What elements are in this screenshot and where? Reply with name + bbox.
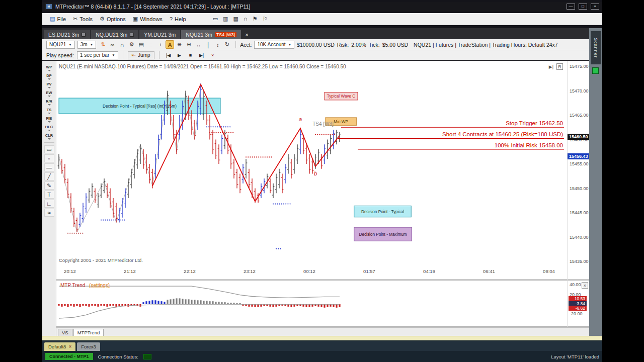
flag-icon[interactable]: ⚑: [253, 16, 258, 22]
close-button[interactable]: ×: [591, 4, 599, 10]
chart-tab-close-icon[interactable]: ×: [242, 30, 251, 39]
bell-icon[interactable]: ∩: [244, 16, 248, 22]
jump-button[interactable]: ⇤ Jump: [128, 51, 154, 59]
chat-icon[interactable]: ▭: [213, 16, 218, 22]
trendline-tool-icon[interactable]: ╱: [44, 172, 54, 180]
titlebar: M MTPredictor™ 8 (64-bit) 8.1.1.7 - [14 …: [42, 2, 602, 11]
chart-tab-es-du21-3m[interactable]: ES.DU21 3m: [44, 30, 90, 39]
rail-separator: [44, 142, 54, 143]
playback-toolbar: Play speed: 1 sec per bar▼ ⇤ Jump |◀▶■▶|…: [42, 50, 602, 60]
link-icon[interactable]: ∞: [108, 40, 117, 49]
alert-bell-icon[interactable]: ∩: [118, 40, 126, 49]
bar-chart-icon[interactable]: ▦: [233, 16, 238, 22]
indicator-list-icon[interactable]: ≡: [146, 40, 155, 49]
menu-item-help[interactable]: ?Help: [166, 15, 190, 23]
text-tool-icon[interactable]: T: [44, 191, 54, 199]
rail-tool-fib[interactable]: FIB: [43, 115, 56, 121]
fit-vertical-icon[interactable]: ↕: [213, 40, 222, 49]
time-axis-label: 09:04: [538, 268, 560, 274]
menu-item-windows[interactable]: ▣Windows: [129, 15, 166, 23]
rail-tool-pv[interactable]: PV: [43, 81, 56, 86]
rail-tool-ts[interactable]: TS: [43, 107, 56, 112]
indicator-tab-row: VSMTPTrend: [56, 327, 589, 336]
tab-status-icon: [130, 33, 134, 37]
rail-tool-ew[interactable]: EW: [43, 89, 56, 95]
help-menu-icon: ?: [170, 16, 173, 22]
acct-label: Acct:: [240, 42, 252, 48]
bar-style-icon[interactable]: ⇅: [99, 40, 107, 49]
go-end-button[interactable]: ▶|: [197, 51, 206, 59]
maximize-button[interactable]: □: [579, 4, 587, 10]
typical-wave-c-box[interactable]: Typical Wave C: [325, 92, 358, 100]
decision-point-typical-box[interactable]: Decision Point - Typical: [354, 206, 411, 217]
angle-tool-icon[interactable]: ∟: [44, 200, 54, 208]
hline-tool-icon[interactable]: ―: [44, 163, 54, 171]
price-axis[interactable]: 15475.0015470.0015465.0015460.0015455.00…: [567, 61, 589, 280]
menu-item-tools[interactable]: ✂Tools: [69, 15, 96, 23]
rail-tool-wp[interactable]: WP: [43, 64, 56, 69]
crosshair-icon[interactable]: ┼: [204, 40, 212, 49]
indicator-label: MTP Trend (settings): [60, 283, 110, 288]
main-toolbar: NQU21▼ 3m▼ ⇅∞∩⚙▤≡+A⊕⊖↔┼↕↻ Acct: 10K Acco…: [42, 39, 602, 50]
zoom-in-icon[interactable]: ⊕: [175, 40, 184, 49]
account-select[interactable]: 10K Account▼: [254, 41, 294, 49]
race-flag-icon[interactable]: ⚐: [263, 16, 268, 22]
status-bar: Connected - MTP1 Connection Status: Layo…: [42, 351, 602, 362]
short-entry-line[interactable]: Short 4 Contracts at 15460.25 (Risk=180 …: [338, 131, 564, 138]
play-button[interactable]: ▶: [175, 51, 184, 59]
chart-tab-ym-du21-3m[interactable]: YM.DU21 3m: [139, 30, 180, 39]
rail-tool-dp[interactable]: DP: [43, 72, 56, 78]
column-chart-icon[interactable]: ▥: [223, 16, 228, 22]
rail-tool-rr[interactable]: R/R: [43, 98, 56, 104]
indicator-close-icon[interactable]: ×: [582, 282, 588, 289]
rail-tool-hlc[interactable]: HLC: [43, 124, 56, 129]
window-title: MTPredictor™ 8 (64-bit) 8.1.1.7 - [14 Se…: [55, 4, 250, 10]
wave-tool-icon[interactable]: ≈: [44, 209, 54, 217]
layout-tab-default8[interactable]: Default8×: [44, 342, 75, 351]
time-axis-label: 20:12: [59, 268, 81, 274]
close-playback-button[interactable]: ×: [208, 51, 217, 59]
dropdown-caret-icon: [48, 121, 51, 123]
print-icon[interactable]: ▤: [137, 40, 145, 49]
stop-button[interactable]: ■: [186, 51, 195, 59]
decision-point-maximum-box[interactable]: Decision Point - Maximum: [354, 227, 412, 241]
symbol-select[interactable]: NQU21▼: [46, 41, 75, 49]
layout-tab-row: Default8×Forex3: [42, 340, 602, 351]
menu-item-options[interactable]: ⚙Options: [96, 15, 129, 23]
indicator-canvas[interactable]: [56, 281, 567, 327]
add-icon[interactable]: +: [156, 40, 165, 49]
timeframe-select[interactable]: 3m▼: [77, 41, 96, 49]
stop-trigger-line[interactable]: Stop Trigger 15462.50: [341, 120, 564, 127]
price-chart-canvas[interactable]: Decision Point - Typical [Res] (Int) (15…: [56, 61, 567, 266]
indicator-tab-vs[interactable]: VS: [58, 329, 72, 336]
box-tool-icon[interactable]: ▫: [44, 154, 54, 162]
layout-tab-forex3[interactable]: Forex3: [77, 342, 100, 351]
scanner-tab[interactable]: Scanner: [591, 31, 601, 64]
wave-label-b: b: [314, 170, 317, 176]
chart-tab-nq-du21-3m[interactable]: NQ.DU21 3m: [91, 30, 138, 39]
play-speed-select[interactable]: 1 sec per bar▼: [77, 51, 118, 59]
rectangle-tool-icon[interactable]: ▭: [44, 145, 54, 153]
chart-tab-label: YM.DU21 3m: [144, 32, 176, 38]
refresh-icon[interactable]: ↻: [223, 40, 231, 49]
minimize-button[interactable]: —: [567, 4, 575, 10]
price-axis-label: 15470.00: [570, 88, 589, 94]
layout-tab-close-icon[interactable]: ×: [68, 344, 71, 349]
indicator-tab-mtptrend[interactable]: MTPTrend: [73, 329, 104, 336]
go-start-button[interactable]: |◀: [164, 51, 173, 59]
pencil-tool-icon[interactable]: ✎: [44, 182, 54, 190]
collapsed-panel-strip[interactable]: [42, 336, 602, 340]
settings-gear-icon[interactable]: ⚙: [127, 40, 136, 49]
initial-risk-line[interactable]: 100% Initial Risk 15458.00: [358, 142, 564, 149]
price-axis-label: 15450.00: [570, 186, 589, 191]
menu-item-file[interactable]: ▤File: [46, 15, 69, 23]
rail-tool-clr[interactable]: CLR: [43, 132, 56, 138]
zoom-out-icon[interactable]: ⊖: [185, 40, 193, 49]
pan-icon[interactable]: ↔: [194, 40, 203, 49]
annotate-a-icon[interactable]: A: [166, 40, 174, 49]
indicator-settings-link[interactable]: (settings): [89, 283, 110, 288]
decision-point-res-box[interactable]: Decision Point - Typical [Res] (Int) (15…: [59, 98, 220, 114]
time-axis-label: 04:19: [418, 268, 440, 274]
toolbar-separator: [123, 51, 123, 59]
chart-tab-nqu21-3m[interactable]: NQU21 3mTS4 [W3]: [181, 30, 241, 39]
